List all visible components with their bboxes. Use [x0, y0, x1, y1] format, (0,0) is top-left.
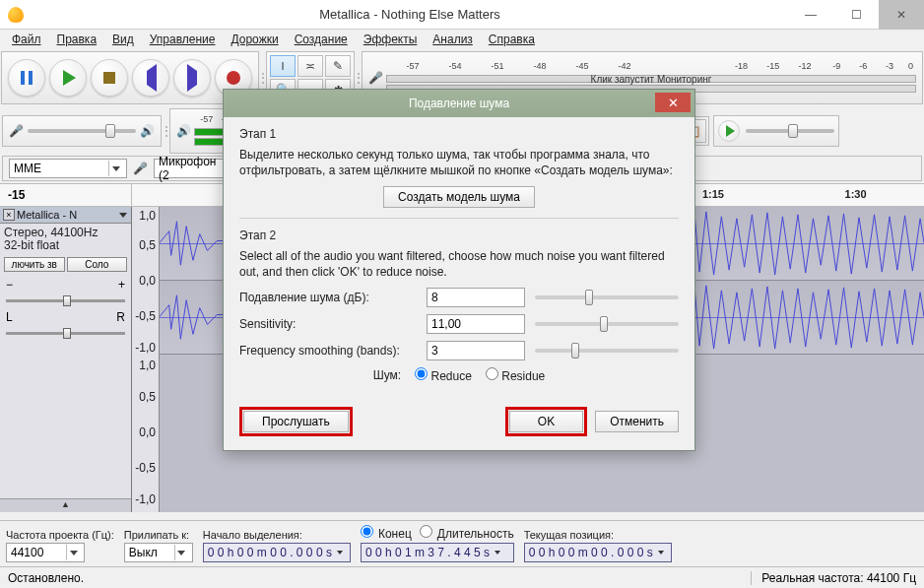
app-icon: [8, 7, 24, 23]
audio-host-value: MME: [14, 162, 41, 175]
gain-minus-icon: −: [6, 278, 13, 292]
play-icon: [63, 70, 76, 86]
play-button[interactable]: [49, 59, 87, 97]
track-control-panel: × Metallica - N Стерео, 44100Hz32-bit fl…: [0, 207, 132, 512]
skip-end-button[interactable]: [173, 59, 211, 97]
ok-button[interactable]: OK: [509, 411, 583, 432]
track-menu-dropdown[interactable]: [118, 210, 128, 220]
audio-position-label: Текущая позиция:: [524, 529, 672, 541]
frequency-smoothing-label: Frequency smoothing (bands):: [239, 344, 417, 358]
mute-button[interactable]: лючить зв: [4, 257, 65, 272]
end-radio[interactable]: Конец: [361, 525, 412, 541]
mic-icon: 🎤: [133, 162, 148, 175]
skip-start-button[interactable]: [132, 59, 169, 97]
speaker-icon: 🔊: [140, 124, 155, 138]
track-collapse-button[interactable]: ▲: [0, 498, 131, 512]
record-icon: [227, 71, 240, 85]
dialog-close-button[interactable]: ✕: [655, 93, 691, 112]
envelope-tool[interactable]: ≍: [297, 55, 323, 77]
rec-volume-slider-box: 🎤 🔊: [2, 115, 162, 147]
length-radio[interactable]: Длительность: [420, 525, 514, 541]
transport-toolbar: [1, 51, 259, 104]
noise-reduction-db-label: Подавление шума (дБ):: [239, 291, 417, 304]
noise-reduction-db-slider[interactable]: [535, 295, 679, 299]
menu-manage[interactable]: Управление: [144, 31, 222, 48]
noise-reduction-dialog: Подавление шума ✕ Этап 1 Выделите нескол…: [223, 89, 695, 451]
pencil-icon: ✎: [333, 59, 343, 73]
preview-button[interactable]: Прослушать: [243, 411, 349, 432]
project-rate-label: Частота проекта (Гц):: [6, 529, 114, 541]
play-at-speed-toolbar: [713, 115, 839, 147]
pause-icon: [21, 71, 33, 85]
step1-description: Выделите несколько секунд только шума, т…: [239, 147, 679, 178]
get-noise-profile-button[interactable]: Создать модель шума: [383, 186, 535, 208]
frequency-smoothing-input[interactable]: [427, 341, 525, 360]
timeline-gutter: -15: [0, 184, 132, 206]
residue-radio[interactable]: Residue: [486, 367, 545, 383]
stop-icon: [103, 72, 115, 84]
mic-icon: 🎤: [9, 124, 24, 138]
selection-toolbar: Частота проекта (Гц): 44100 Прилипать к:…: [0, 520, 924, 566]
play-icon: [726, 125, 735, 137]
track-format-info: Стерео, 44100Hz32-bit float: [0, 224, 131, 255]
draw-tool[interactable]: ✎: [325, 55, 351, 77]
rec-meter-bar-l: Клик запустит Мониторинг: [386, 75, 916, 83]
menu-analyze[interactable]: Анализ: [427, 31, 479, 48]
step2-heading: Этап 2: [239, 229, 679, 242]
close-window-button[interactable]: ✕: [879, 0, 924, 30]
minimize-button[interactable]: —: [788, 0, 833, 30]
project-rate-combo[interactable]: 44100: [6, 543, 85, 562]
frequency-smoothing-slider[interactable]: [535, 349, 679, 353]
menu-create[interactable]: Создание: [289, 31, 354, 48]
speaker-icon: 🔊: [176, 124, 190, 138]
mic-icon: 🎤: [368, 71, 382, 85]
track-gain-slider[interactable]: [6, 299, 125, 302]
status-bar: Остановлено. Реальная частота: 44100 Гц: [0, 566, 924, 588]
vertical-scale: 1,0 0,5 0,0 -0,5 -1,0 1,0 0,5 0,0 -0,5 -…: [132, 207, 160, 512]
playback-speed-slider[interactable]: [746, 129, 834, 133]
menu-edit[interactable]: Правка: [51, 31, 103, 48]
menu-file[interactable]: Файл: [6, 31, 47, 48]
pause-button[interactable]: [8, 59, 45, 97]
dialog-title: Подавление шума: [409, 97, 509, 110]
snap-to-label: Прилипать к:: [124, 529, 193, 541]
noise-reduction-db-input[interactable]: [427, 288, 525, 307]
step2-description: Select all of the audio you want filtere…: [239, 248, 679, 280]
track-pan-slider[interactable]: [6, 332, 125, 335]
selection-end-time[interactable]: 0 0 h 0 1 m 3 7 . 4 4 5 s: [361, 543, 514, 562]
stop-button[interactable]: [91, 59, 128, 97]
solo-button[interactable]: Соло: [67, 257, 128, 272]
status-right: Реальная частота: 44100 Гц: [751, 571, 916, 585]
play-at-speed-button[interactable]: [718, 120, 740, 142]
skip-start-icon: [146, 71, 157, 85]
selection-start-label: Начало выделения:: [203, 529, 351, 541]
snap-to-combo[interactable]: Выкл: [124, 543, 193, 562]
track-close-button[interactable]: ×: [3, 209, 15, 221]
window-titlebar: Metallica - Nothing Else Matters — ☐ ✕: [0, 0, 924, 30]
window-title: Metallica - Nothing Else Matters: [32, 7, 788, 22]
sensitivity-slider[interactable]: [535, 322, 679, 326]
cancel-button[interactable]: Отменить: [595, 411, 679, 432]
status-left: Остановлено.: [8, 571, 84, 585]
rec-volume-slider[interactable]: [28, 129, 136, 133]
selection-start-time[interactable]: 0 0 h 0 0 m 0 0 . 0 0 0 s: [203, 543, 351, 562]
sensitivity-label: Sensitivity:: [239, 317, 417, 331]
menu-view[interactable]: Вид: [106, 31, 140, 48]
audio-host-combo[interactable]: MME: [9, 159, 127, 178]
menu-help[interactable]: Справка: [483, 31, 541, 48]
menu-tracks[interactable]: Дорожки: [226, 31, 285, 48]
sensitivity-input[interactable]: [427, 314, 525, 334]
skip-end-icon: [187, 71, 198, 85]
step1-heading: Этап 1: [239, 127, 679, 141]
gain-plus-icon: +: [118, 278, 125, 292]
audio-position-time[interactable]: 0 0 h 0 0 m 0 0 . 0 0 0 s: [524, 543, 672, 562]
reduce-radio[interactable]: Reduce: [415, 367, 472, 383]
selection-tool[interactable]: I: [270, 55, 296, 77]
rec-meter-hint: Клик запустит Мониторинг: [591, 74, 712, 85]
menu-effects[interactable]: Эффекты: [358, 31, 424, 48]
track-header[interactable]: × Metallica - N: [0, 207, 131, 224]
dialog-titlebar[interactable]: Подавление шума ✕: [224, 90, 694, 117]
noise-label: Шум:: [373, 368, 401, 382]
recording-device-value: Микрофон (2: [159, 155, 222, 182]
maximize-button[interactable]: ☐: [833, 0, 879, 30]
